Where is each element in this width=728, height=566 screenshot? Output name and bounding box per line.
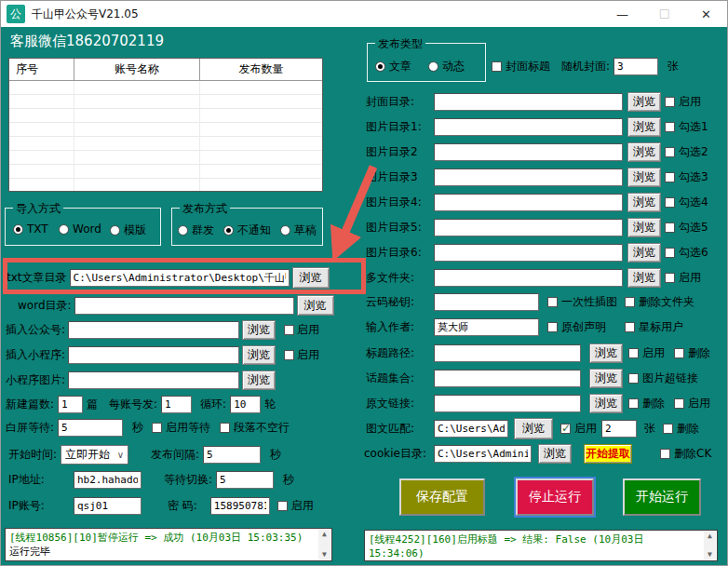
save-config-button[interactable]: 保存配置 xyxy=(399,478,485,516)
random-cover-input[interactable] xyxy=(613,58,658,75)
stop-run-button[interactable]: 停止运行 xyxy=(516,478,594,516)
white-wait-input[interactable] xyxy=(58,419,123,437)
original-statement-checkbox[interactable] xyxy=(547,322,558,332)
right-log-box[interactable]: [线程4252][160]启用标题 => 结果: False (10月03日 1… xyxy=(364,530,718,561)
radio-mass-send[interactable] xyxy=(178,225,188,236)
img-dir4-checkbox[interactable] xyxy=(665,197,675,208)
loop-input[interactable] xyxy=(230,396,261,413)
cover-dir-enable-checkbox[interactable] xyxy=(665,97,675,107)
new-count-input[interactable] xyxy=(58,396,83,413)
img-match-enable-checkbox[interactable] xyxy=(560,424,571,434)
img-dir4-browse-button[interactable]: 浏览 xyxy=(627,193,661,212)
start-run-button[interactable]: 开始运行 xyxy=(623,478,701,516)
insert-mp-input[interactable] xyxy=(68,321,239,339)
maximize-button[interactable]: ☐ xyxy=(643,1,685,27)
start-time-dropdown[interactable]: 立即开始 ∨ xyxy=(61,445,128,465)
title-path-delete-checkbox[interactable] xyxy=(674,348,684,358)
word-dir-browse-button[interactable]: 浏览 xyxy=(297,295,334,316)
img-dir5-input[interactable] xyxy=(434,219,623,236)
insert-mp-enable-checkbox[interactable] xyxy=(284,325,294,335)
source-link-delete-checkbox[interactable] xyxy=(628,398,639,409)
image-hyperlink-checkbox[interactable] xyxy=(628,373,639,384)
star-user-checkbox[interactable] xyxy=(625,322,635,332)
cloud-key-input[interactable] xyxy=(434,293,539,311)
img-dir3-input[interactable] xyxy=(434,168,623,186)
insert-mp-browse-button[interactable]: 浏览 xyxy=(242,320,276,340)
txt-dir-browse-button[interactable]: 浏览 xyxy=(292,267,330,289)
cover-dir-input[interactable] xyxy=(434,93,623,111)
insert-mini-input[interactable] xyxy=(68,346,239,364)
radio-moment[interactable] xyxy=(428,61,438,72)
per-account-input[interactable] xyxy=(161,396,192,413)
password-input[interactable] xyxy=(210,497,270,515)
topic-set-input[interactable] xyxy=(434,370,581,387)
img-match-input[interactable] xyxy=(434,420,508,438)
cookie-dir-browse-button[interactable]: 浏览 xyxy=(538,444,572,464)
insert-mini-browse-button[interactable]: 浏览 xyxy=(242,345,276,365)
radio-txt[interactable] xyxy=(13,224,23,235)
mini-img-browse-button[interactable]: 浏览 xyxy=(242,371,276,390)
radio-word[interactable] xyxy=(59,224,69,235)
scroll-up-icon[interactable]: ▲ xyxy=(322,530,327,539)
img-dir6-input[interactable] xyxy=(434,244,623,262)
img-match-browse-button[interactable]: 浏览 xyxy=(514,418,553,439)
author-input[interactable] xyxy=(434,318,539,336)
img-dir5-checkbox[interactable] xyxy=(665,222,675,233)
img-dir2-browse-button[interactable]: 浏览 xyxy=(627,142,661,162)
insert-mini-enable-checkbox[interactable] xyxy=(284,350,294,360)
switch-wait-input[interactable] xyxy=(216,471,274,489)
img-dir1-browse-button[interactable]: 浏览 xyxy=(627,117,661,137)
minimize-button[interactable]: — xyxy=(601,1,643,27)
multi-folder-input[interactable] xyxy=(434,269,623,287)
delete-folder-checkbox[interactable] xyxy=(625,297,635,307)
enable-wait-checkbox[interactable] xyxy=(152,423,162,433)
scroll-down-icon[interactable]: ▼ xyxy=(708,550,712,559)
radio-no-notify[interactable] xyxy=(223,225,234,236)
close-button[interactable]: ✕ xyxy=(685,1,727,27)
interval-input[interactable] xyxy=(203,446,261,464)
delete-ck-checkbox[interactable] xyxy=(660,449,670,459)
multi-folder-enable-checkbox[interactable] xyxy=(665,273,675,283)
img-dir1-checkbox[interactable] xyxy=(665,122,675,132)
one-time-image-checkbox[interactable] xyxy=(547,297,558,307)
img-dir2-checkbox[interactable] xyxy=(665,147,675,157)
cover-title-checkbox[interactable] xyxy=(492,61,502,72)
radio-article[interactable] xyxy=(375,61,385,72)
start-extract-button[interactable]: 开始提取 xyxy=(584,444,632,464)
ip-address-input[interactable] xyxy=(74,471,142,489)
img-dir4-input[interactable] xyxy=(434,194,623,211)
topic-set-browse-button[interactable]: 浏览 xyxy=(589,369,623,388)
word-dir-input[interactable] xyxy=(74,297,294,315)
img-dir1-input[interactable] xyxy=(434,118,623,136)
right-log-scrollbar[interactable]: ▲ ▼ xyxy=(704,532,716,559)
scroll-down-icon[interactable]: ▼ xyxy=(322,550,327,559)
left-log-box[interactable]: [线程10856][10]暂停运行 => 成功 (10月03日 15:03:35… xyxy=(5,528,332,561)
img-dir6-browse-button[interactable]: 浏览 xyxy=(627,243,661,263)
img-dir3-browse-button[interactable]: 浏览 xyxy=(627,168,661,187)
radio-template[interactable] xyxy=(110,225,120,236)
left-log-scrollbar[interactable]: ▲ ▼ xyxy=(318,530,330,559)
no-blank-line-checkbox[interactable] xyxy=(220,423,230,433)
source-link-enable-checkbox[interactable] xyxy=(674,398,684,409)
source-link-browse-button[interactable]: 浏览 xyxy=(589,394,623,413)
cookie-dir-input[interactable] xyxy=(434,445,532,463)
txt-dir-input[interactable] xyxy=(70,269,290,287)
ip-enable-checkbox[interactable] xyxy=(277,501,288,511)
title-path-browse-button[interactable]: 浏览 xyxy=(589,344,623,363)
radio-draft[interactable] xyxy=(280,225,290,236)
img-dir2-input[interactable] xyxy=(434,143,623,161)
img-match-count-input[interactable] xyxy=(601,420,637,438)
account-table[interactable]: 序号 账号名称 发布数量 xyxy=(8,58,323,192)
ip-account-input[interactable] xyxy=(74,497,142,515)
img-dir6-checkbox[interactable] xyxy=(665,248,675,258)
mini-img-input[interactable] xyxy=(68,371,239,389)
img-dir5-browse-button[interactable]: 浏览 xyxy=(627,218,661,237)
scroll-up-icon[interactable]: ▲ xyxy=(708,532,712,541)
multi-folder-browse-button[interactable]: 浏览 xyxy=(627,268,661,288)
img-dir3-checkbox[interactable] xyxy=(665,172,675,182)
img-match-delete-checkbox[interactable] xyxy=(663,424,673,434)
source-link-input[interactable] xyxy=(434,395,581,412)
title-path-enable-checkbox[interactable] xyxy=(628,348,639,358)
title-path-input[interactable] xyxy=(434,344,581,362)
cover-dir-browse-button[interactable]: 浏览 xyxy=(627,92,661,112)
